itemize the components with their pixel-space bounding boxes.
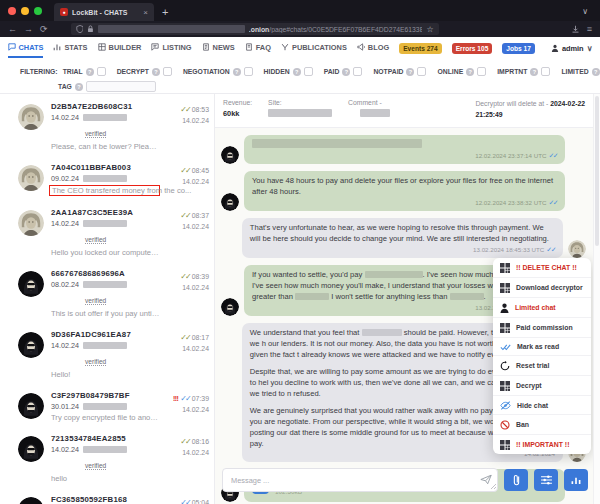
forward-button[interactable]: → bbox=[24, 25, 33, 34]
chat-stats-button[interactable] bbox=[564, 469, 588, 491]
message-input[interactable] bbox=[222, 468, 498, 492]
resize-handle-icon[interactable] bbox=[490, 483, 497, 490]
hacker-avatar bbox=[18, 497, 44, 504]
reload-button[interactable]: ⟳ bbox=[40, 25, 48, 34]
filter-decrypt-checkbox[interactable] bbox=[163, 67, 172, 76]
jobs-badge[interactable]: Jobs 17 bbox=[502, 43, 535, 54]
verified-badge: verified bbox=[85, 236, 106, 244]
chat-list-item[interactable]: D2B5A7E2DB608C31 14.02.24 verified Pleas… bbox=[18, 96, 214, 157]
errors-badge[interactable]: Errors 105 bbox=[452, 43, 493, 54]
help-icon[interactable]: ? bbox=[152, 68, 160, 76]
message-text: That's very unfortunate to hear, as we w… bbox=[250, 223, 549, 243]
help-icon[interactable]: ? bbox=[293, 68, 301, 76]
nav-news[interactable]: NEWS bbox=[202, 39, 235, 58]
chat-list-item[interactable]: FC365850592FB168 14.02.24 verified we ca… bbox=[18, 489, 214, 504]
minimize-window-button[interactable] bbox=[21, 7, 29, 15]
menu-paid-commission[interactable]: Paid commission bbox=[493, 318, 591, 338]
filter-trial-checkbox[interactable] bbox=[97, 67, 106, 76]
chat-preview: This is out offer if you pay until ... bbox=[51, 309, 160, 318]
filter-bar: FILTERING: TRIAL? DECRYPT? NEGOTIATION? … bbox=[0, 59, 600, 97]
redacted-amount bbox=[362, 329, 402, 336]
tab-overflow-icon[interactable]: ∨ bbox=[582, 7, 588, 16]
save-page-icon[interactable] bbox=[571, 25, 580, 34]
verified-badge: verified bbox=[85, 358, 106, 366]
help-icon[interactable]: ? bbox=[530, 68, 538, 76]
chat-preview: Hello! bbox=[51, 370, 160, 379]
chat-date: 14.02.24 bbox=[51, 341, 79, 350]
nav-stats[interactable]: STATS bbox=[53, 39, 87, 58]
filter-negotiation-checkbox[interactable] bbox=[244, 67, 253, 76]
nav-faq[interactable]: FAQ bbox=[245, 39, 271, 58]
qr-icon bbox=[500, 381, 510, 391]
redacted-amount bbox=[365, 271, 423, 278]
events-badge[interactable]: Events 274 bbox=[399, 43, 441, 54]
filter-notpaid: NOTPAID? bbox=[373, 67, 426, 76]
help-icon[interactable]: ? bbox=[86, 68, 94, 76]
nav-builder[interactable]: BUILDER bbox=[98, 39, 142, 58]
help-icon[interactable]: ? bbox=[466, 68, 474, 76]
chat-list-item[interactable]: 2AA1A87C3C5EE39A 14.02.24 verified Hello… bbox=[18, 202, 214, 263]
scrollbar-thumb[interactable] bbox=[595, 96, 599, 246]
chat-list-item[interactable]: 9D36FA1DC961EA87 14.02.24 verified Hello… bbox=[18, 324, 214, 385]
help-icon[interactable]: ? bbox=[233, 68, 241, 76]
menu-reset-trial[interactable]: Reset trial bbox=[493, 356, 591, 376]
menu-delete-chat[interactable]: !! DELETE CHAT !! bbox=[493, 258, 591, 278]
user-menu[interactable]: admin ∨ bbox=[551, 44, 593, 53]
menu-important[interactable]: !! IMPORTANT !! bbox=[493, 435, 591, 454]
chat-date: 30.01.24 bbox=[51, 402, 79, 411]
chat-list-item[interactable]: 7213534784EA2855 14.02.24 verified hello… bbox=[18, 428, 214, 489]
message-bubble: 12.02.2024 23:37:14 UTC✓✓ bbox=[244, 135, 565, 164]
help-icon[interactable]: ? bbox=[342, 68, 350, 76]
filter-notpaid-checkbox[interactable] bbox=[417, 67, 426, 76]
nav-listing[interactable]: LISTING bbox=[151, 39, 191, 58]
bookmark-star-icon[interactable]: ☆ bbox=[426, 25, 433, 34]
filtering-label: FILTERING: bbox=[20, 68, 58, 75]
close-window-button[interactable] bbox=[8, 7, 16, 15]
nav-publications[interactable]: PUBLICATIONS bbox=[281, 39, 347, 58]
qr-icon bbox=[500, 323, 510, 333]
hacker-avatar bbox=[221, 298, 239, 316]
shield-icon[interactable] bbox=[76, 25, 84, 33]
attach-file-button[interactable] bbox=[504, 469, 528, 491]
menu-decrypt[interactable]: Decrypt bbox=[493, 376, 591, 396]
help-icon[interactable]: ? bbox=[406, 68, 414, 76]
browser-tab[interactable]: ● LockBit - CHATS × bbox=[54, 3, 154, 21]
maximize-window-button[interactable] bbox=[34, 7, 42, 15]
filter-imprtnt-checkbox[interactable] bbox=[541, 67, 550, 76]
chat-id: D2B5A7E2DB608C31 bbox=[51, 102, 160, 111]
menu-ban[interactable]: Ban bbox=[493, 415, 591, 435]
menu-hide-chat[interactable]: Hide chat bbox=[493, 396, 591, 415]
chat-list-item[interactable]: C3F297B08479B7BF 30.01.24 Try copy encry… bbox=[18, 385, 214, 428]
help-icon[interactable]: ? bbox=[592, 68, 600, 76]
lock-icon[interactable] bbox=[87, 25, 94, 33]
chat-list-item[interactable]: 7A04C011BBFAB003 09.02.24 The CEO transf… bbox=[18, 157, 214, 202]
chat-id: 7213534784EA2855 bbox=[51, 434, 160, 443]
scrollbar[interactable] bbox=[593, 94, 600, 504]
chat-id: FC365850592FB168 bbox=[51, 495, 160, 504]
nav-blog[interactable]: BLOG bbox=[357, 39, 389, 58]
back-button[interactable]: ← bbox=[8, 25, 17, 34]
chat-meta: ✓✓05:04 14.02.24 bbox=[167, 495, 209, 504]
hamburger-menu-icon[interactable]: ≡ bbox=[587, 25, 592, 34]
chat-settings-button[interactable] bbox=[534, 469, 558, 491]
menu-download-decryptor[interactable]: Download decryptor bbox=[493, 278, 591, 298]
nav-chats[interactable]: CHATS bbox=[8, 39, 44, 58]
close-tab-icon[interactable]: × bbox=[143, 8, 148, 17]
filter-online-checkbox[interactable] bbox=[477, 67, 486, 76]
menu-limited-chat[interactable]: Limited chat bbox=[493, 298, 591, 318]
chat-preview: Hello you locked our computers? bbox=[51, 248, 160, 257]
filter-paid-checkbox[interactable] bbox=[353, 67, 362, 76]
address-bar[interactable]: .onion/page#chats/0C0E5DFE6F07B6EF4DD274… bbox=[71, 23, 439, 35]
url-onion: .onion bbox=[249, 26, 269, 33]
tag-input[interactable] bbox=[86, 81, 156, 92]
menu-mark-as-read[interactable]: Mark as read bbox=[493, 338, 591, 356]
paperclip-icon bbox=[512, 474, 521, 486]
blog-icon bbox=[357, 43, 365, 51]
chat-list-item[interactable]: 666767686869696A 08.02.24 verified This … bbox=[18, 263, 214, 324]
message-incoming: You have 48 hours to pay and delete your… bbox=[221, 171, 586, 211]
read-receipt-icon: ✓✓ bbox=[180, 437, 189, 446]
help-icon[interactable]: ? bbox=[75, 83, 83, 91]
message-composer bbox=[222, 468, 588, 492]
new-tab-button[interactable]: + bbox=[162, 6, 168, 18]
filter-hidden-checkbox[interactable] bbox=[304, 67, 313, 76]
